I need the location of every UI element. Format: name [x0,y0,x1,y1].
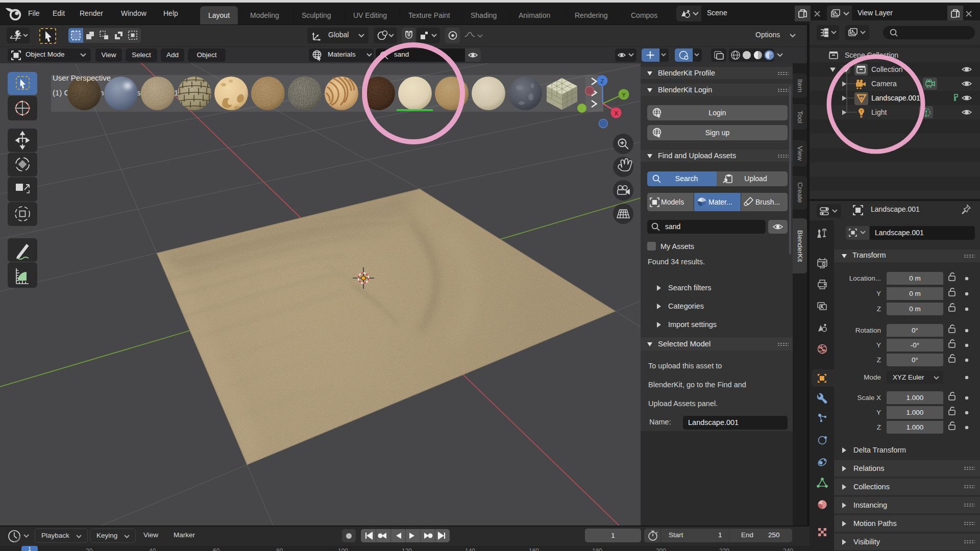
svg-text:X: X [614,110,618,116]
svg-text:Y: Y [622,92,626,98]
svg-text:Z: Z [600,78,604,84]
svg-text:(1) C: (1) C [53,88,70,97]
svg-text:User Perspective: User Perspective [53,73,111,82]
